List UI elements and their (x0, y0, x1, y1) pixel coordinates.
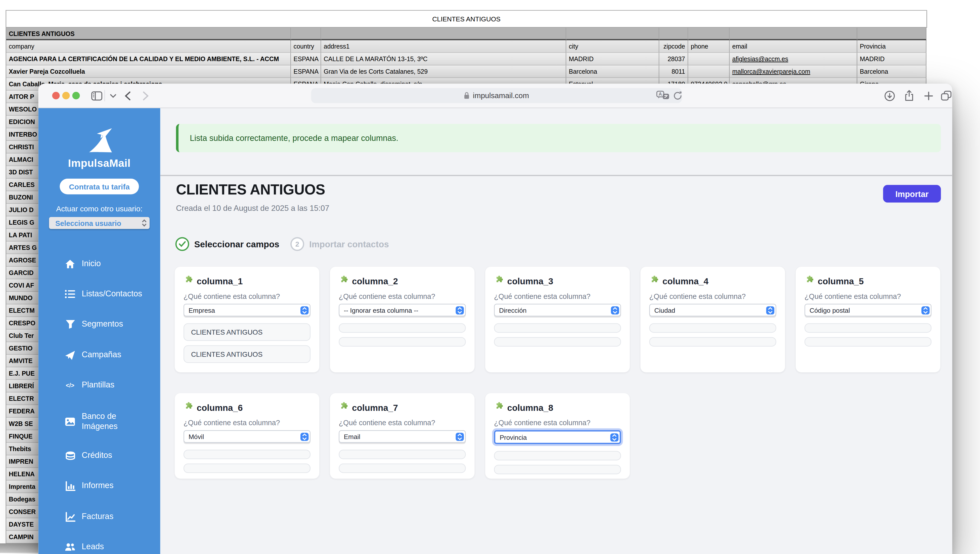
sheet-band-cell[interactable] (566, 28, 659, 40)
select-stepper-icon (455, 433, 464, 441)
sheet-cell-company[interactable]: Xavier Pareja Cozcolluela (6, 65, 291, 78)
sheet-cell-company[interactable]: AGENCIA PARA LA CERTIFICACIÓN DE LA CALI… (6, 53, 291, 65)
url-text: impulsamail.com (473, 91, 529, 100)
sheet-bottom-scrollbar[interactable] (0, 543, 38, 553)
column-select-columna_4[interactable]: Ciudad (649, 304, 776, 316)
sheet-cell-provincia[interactable]: Barcelona (858, 65, 926, 78)
sample-value-box (339, 464, 466, 473)
minimize-window-button[interactable] (62, 92, 70, 99)
column-question: ¿Qué contiene esta columna? (494, 419, 621, 426)
email-link[interactable]: afiglesias@accm.es (732, 55, 788, 62)
sheet-column-header[interactable]: Provincia (858, 40, 926, 53)
sheet-cell-zipcode[interactable]: 8011 (659, 65, 688, 78)
column-select-columna_7[interactable]: Email (339, 430, 466, 443)
user-select[interactable]: Selecciona usuario (49, 217, 150, 229)
sample-value-box (339, 337, 466, 347)
step-import-contacts: 2 Importar contactos (290, 237, 389, 251)
close-window-button[interactable] (52, 92, 60, 99)
sheet-cell-phone[interactable] (688, 65, 730, 78)
select-stepper-icon (921, 306, 929, 314)
tab-overview-icon[interactable] (940, 90, 951, 101)
sheet-band-cell[interactable] (659, 28, 688, 40)
sidebar-item-campa-as[interactable]: Campañas (65, 350, 121, 361)
column-name: columna_3 (508, 276, 554, 286)
toolbar-separator (104, 90, 105, 101)
sheet-cell-email[interactable]: mallorca@xavierpareja.com (730, 65, 858, 78)
sidebar-item-informes[interactable]: Informes (65, 481, 114, 491)
column-select-columna_6[interactable]: Móvil (183, 430, 310, 443)
coins-icon (65, 450, 76, 461)
sheet-column-header[interactable]: address1 (321, 40, 566, 53)
sidebar-item-segmentos[interactable]: Segmentos (65, 319, 123, 330)
import-button[interactable]: Importar (883, 185, 941, 203)
sidebar-toggle-icon[interactable] (91, 90, 103, 101)
sheet-column-header[interactable]: country (291, 40, 321, 53)
sheet-merged-title: CLIENTES ANTIGUOS (6, 11, 927, 28)
page-title: CLIENTES ANTIGUOS (176, 181, 325, 198)
report-icon (65, 481, 76, 491)
sheet-cell-email[interactable]: afiglesias@accm.es (730, 53, 858, 65)
sidebar-item-label: Segmentos (82, 319, 123, 329)
sheet-column-header[interactable]: city (566, 40, 659, 53)
sample-value-box (805, 337, 931, 347)
sheet-cell-address1[interactable]: CALLE DE LA MARATÓN 13-15, 3ºC (321, 53, 566, 65)
sample-value-box (494, 337, 621, 347)
sidebar-item-banco-de-im-genes[interactable]: Banco de Imágenes (65, 411, 130, 432)
column-name: columna_7 (352, 402, 398, 413)
sheet-cell-address1[interactable]: Gran Via de les Corts Catalanes, 529 (321, 65, 566, 78)
forward-icon[interactable] (140, 90, 151, 101)
sheet-column-header[interactable]: company (6, 40, 291, 53)
sheet-cell-country[interactable]: ESPANA (291, 65, 321, 78)
column-select-columna_8[interactable]: Provincia (494, 430, 621, 444)
select-stepper-icon (300, 306, 309, 314)
sheet-cell-city[interactable]: MADRID (566, 53, 659, 65)
sidebar-item-cr-ditos[interactable]: Créditos (65, 450, 112, 461)
share-icon[interactable] (903, 90, 915, 101)
back-icon[interactable] (122, 90, 133, 101)
column-name: columna_5 (818, 276, 864, 286)
svg-text:A: A (659, 91, 662, 97)
user-select-value: Selecciona usuario (49, 219, 142, 227)
mapping-card-columna_6: columna_6¿Qué contiene esta columna?Móvi… (175, 393, 319, 479)
sheet-band-cell[interactable] (730, 28, 858, 40)
sheet-cell-zipcode[interactable]: 28037 (659, 53, 688, 65)
column-select-columna_5[interactable]: Código postal (805, 304, 931, 316)
sheet-column-header[interactable]: phone (688, 40, 730, 53)
image-icon (65, 416, 76, 427)
sidebar-item-label: Leads (82, 542, 104, 552)
mapping-card-columna_1: columna_1¿Qué contiene esta columna?Empr… (175, 267, 319, 372)
email-link[interactable]: mallorca@xavierpareja.com (732, 68, 810, 75)
sidebar-item-label: Facturas (82, 511, 113, 522)
column-select-columna_2[interactable]: -- Ignorar esta columna -- (339, 304, 466, 316)
zoom-window-button[interactable] (72, 92, 80, 99)
sheet-band-cell[interactable] (688, 28, 730, 40)
translate-icon[interactable]: A (656, 91, 670, 103)
sheet-cell-country[interactable]: ESPANA (291, 53, 321, 65)
sheet-column-header[interactable]: email (730, 40, 858, 53)
sheet-band-cell[interactable]: CLIENTES ANTIGUOS (6, 28, 291, 40)
sidebar-item-inicio[interactable]: Inicio (65, 259, 101, 270)
sheet-cell-phone[interactable] (688, 53, 730, 65)
new-tab-icon[interactable] (923, 90, 934, 101)
column-select-columna_3[interactable]: Dirección (494, 304, 621, 316)
sidebar-item-listas-contactos[interactable]: Listas/Contactos (65, 289, 142, 300)
sidebar-item-facturas[interactable]: Facturas (65, 511, 114, 522)
lock-icon (464, 92, 470, 99)
sheet-band-cell[interactable] (291, 28, 321, 40)
invoice-icon (65, 511, 76, 522)
sheet-cell-city[interactable]: Barcelona (566, 65, 659, 78)
address-bar[interactable]: impulsamail.com A (311, 88, 682, 103)
column-select-columna_1[interactable]: Empresa (183, 304, 310, 316)
sidebar-item-plantillas[interactable]: </>Plantillas (65, 380, 115, 391)
sheet-column-header[interactable]: zipcode (659, 40, 688, 53)
chevron-down-icon[interactable] (108, 90, 119, 101)
reload-icon[interactable] (673, 91, 683, 103)
sheet-band-cell[interactable] (858, 28, 926, 40)
contract-plan-button[interactable]: Contrata tu tarifa (60, 179, 139, 195)
sidebar-item-leads[interactable]: Leads (65, 542, 104, 552)
sheet-cell-provincia[interactable]: MADRID (858, 53, 926, 65)
downloads-icon[interactable] (884, 90, 895, 101)
sheet-band-cell[interactable] (321, 28, 566, 40)
selected-value: Email (339, 433, 465, 440)
sidebar-item-label: Listas/Contactos (82, 289, 142, 299)
